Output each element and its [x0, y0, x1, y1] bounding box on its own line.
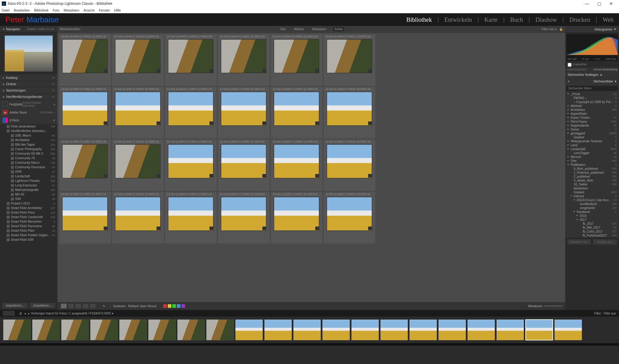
sort-dropdown[interactable]: Reihenf. beim Hinzuf.: [128, 304, 157, 308]
filter-preset[interactable]: Filter aus: [542, 27, 554, 31]
keyword-item[interactable]: 4_delete_flickr329: [565, 179, 619, 182]
panel-veröffentlichungsdienste[interactable]: ▸Veröffentlichungsdienste+: [0, 94, 57, 100]
nav-fwd-icon[interactable]: ▸: [28, 312, 30, 315]
keyword-item[interactable]: ▾DSLR-Forum ( dslr-forum.de )14: [565, 198, 619, 202]
keyword-item[interactable]: ▸_Privat21: [565, 92, 619, 96]
source-indicator[interactable]: Vorheriger Import 52 Fotos / 1 ausgewähl…: [31, 312, 113, 315]
menu-foto[interactable]: Foto: [53, 8, 60, 12]
filmstrip-thumb[interactable]: [409, 319, 437, 340]
collection-item[interactable]: Smart Flickr Publish Gegen...52: [0, 233, 57, 237]
module-drucken[interactable]: Drucken: [569, 16, 590, 23]
collection-item[interactable]: Community 5D MK II209: [0, 151, 57, 156]
keyword-item[interactable]: ▸Hintergruende Texturen3: [565, 139, 619, 143]
grid-view-button[interactable]: [60, 303, 67, 309]
collection-item[interactable]: Architektur115: [0, 138, 57, 142]
collection-item[interactable]: Projekt-I-20130: [0, 201, 57, 206]
filter-lock-icon[interactable]: 🔓: [559, 27, 563, 31]
keyword-item[interactable]: PMTAG –0: [565, 96, 619, 100]
menu-ansicht[interactable]: Ansicht: [84, 8, 95, 12]
keyword-filter-input[interactable]: Stichwörter filtern: [566, 86, 618, 91]
thumbnail-grid[interactable]: 12 mm (LUMIX G VARIO 12-35/F2.8)12 mm (L…: [57, 33, 565, 302]
keyword-item[interactable]: fb_Fotokunst2017180: [565, 234, 619, 237]
collection-item[interactable]: Smart Flickr Landschaft219: [0, 215, 57, 219]
filmstrip-thumb[interactable]: [525, 319, 553, 340]
grid-cell[interactable]: 12 mm (LUMIX G VARIO 12-35/F2.8): [59, 87, 111, 138]
collection-item[interactable]: Smart Flickr Menschen9: [0, 219, 57, 224]
grid-cell[interactable]: 12 mm (LUMIX G VARIO 12-35/F2.8): [112, 192, 164, 243]
filmstrip-thumb[interactable]: [90, 319, 118, 340]
grid-cell[interactable]: 12 mm (LUMIX G VARIO 12-35/F2.8): [59, 140, 111, 191]
keyword-item[interactable]: 16_Twitter330: [565, 182, 619, 186]
compare-view-button[interactable]: [75, 303, 82, 309]
menu-fenster[interactable]: Fenster: [99, 8, 110, 12]
panel-sammlungen[interactable]: ▸Sammlungen+: [0, 87, 57, 94]
keyword-item[interactable]: ▸Gegenstände51: [565, 124, 619, 127]
lens-correction-label[interactable]: Lens-Correction: [567, 68, 586, 71]
keyword-item[interactable]: vorgemerkt115: [565, 206, 619, 210]
keyword-item[interactable]: ▸Landschaft2840: [565, 147, 619, 151]
grid-cell[interactable]: 12 mm (LUMIX G VARIO 12-35/F2.8): [165, 34, 217, 86]
filmstrip-thumb[interactable]: [496, 319, 524, 340]
grid-shortcut-icon[interactable]: ⊞: [19, 312, 22, 315]
histogram-display[interactable]: ISO 10012 mmf / 6.31/250 Sek.: [566, 34, 618, 61]
close-button[interactable]: ✕: [605, 0, 617, 7]
grid-cell[interactable]: 12 mm (LUMIX G VARIO 12-35/F2.8): [218, 140, 270, 191]
menu-bibliothek[interactable]: Bibliothek: [34, 8, 49, 12]
filmstrip-thumb[interactable]: [554, 319, 582, 340]
keyword-item[interactable]: ▸Genre2: [565, 127, 619, 131]
keyword-item[interactable]: LensTagger46: [565, 151, 619, 155]
menu-datei[interactable]: Datei: [2, 8, 10, 12]
keyword-item[interactable]: fb_BW_201751: [565, 226, 619, 230]
module-entwickeln[interactable]: Entwickeln: [444, 16, 472, 23]
collection-item[interactable]: Smart Flickr S/W: [0, 237, 57, 242]
publish-flickr[interactable]: jf Flickr ▾: [0, 116, 57, 124]
grid-cell[interactable]: 12 mm (LUMIX G VARIO 12-35/F2.8): [165, 192, 217, 243]
collection-item[interactable]: Canon Photography192: [0, 147, 57, 151]
keyword-item[interactable]: ▸AspectRatio: [565, 112, 619, 116]
keyword-item[interactable]: ▸geotagged23608: [565, 131, 619, 135]
collection-item[interactable]: Long Exposures54: [0, 183, 57, 188]
sync-settings-button[interactable]: Einstell. syn.: [593, 239, 617, 245]
keyword-item[interactable]: 0_flickr_published833: [565, 167, 619, 171]
keyword-item[interactable]: ▸Abstrakt9: [565, 104, 619, 108]
keyword-item[interactable]: ▸Land5: [565, 143, 619, 147]
navigator-zoom-controls[interactable]: Einpas. Ausfül. 1:1 2:1: [27, 27, 54, 31]
filter-keine[interactable]: Keine: [333, 27, 345, 31]
keyword-item[interactable]: fb_Color_2017217: [565, 230, 619, 234]
grid-cell[interactable]: 12 mm (LUMIX G VARIO 12-35/F2.8): [218, 192, 270, 243]
filmstrip-thumb[interactable]: [351, 319, 379, 340]
collection-item[interactable]: Makrophotografie123: [0, 188, 57, 192]
filter-metadaten[interactable]: Metadaten: [310, 27, 328, 31]
menu-metadaten[interactable]: Metadaten: [64, 8, 79, 12]
grid-cell[interactable]: 12 mm (LUMIX G VARIO 12-35/F2.8): [271, 34, 322, 86]
grid-cell[interactable]: 12 mm (LUMIX G VARIO 12-35/F2.8): [271, 140, 322, 191]
grid-cell[interactable]: 12 mm (LUMIX G VARIO 12-35/F2.8): [112, 87, 164, 138]
publish-adobe-stock[interactable]: St Adobe Stock Einrichten...: [0, 108, 57, 116]
grid-cell[interactable]: 12 mm (LUMIX G VARIO 12-35/F2.8): [59, 192, 111, 243]
keyword-item[interactable]: ▾Publikation3: [565, 163, 619, 167]
filmstrip-thumb[interactable]: [119, 319, 147, 340]
module-bibliothek[interactable]: Bibliothek: [406, 16, 432, 23]
keyword-item[interactable]: ▾2017: [565, 218, 619, 222]
identity-plate[interactable]: Peter Marbaise: [5, 15, 59, 24]
collection-item[interactable]: Smart Flickr Architektur107: [0, 206, 57, 210]
color-label-#9933cc[interactable]: [181, 304, 185, 308]
filmstrip-thumb[interactable]: [61, 319, 89, 340]
grid-cell[interactable]: 12 mm (LUMIX G VARIO 12-35/F2.8): [59, 34, 111, 86]
collection-item[interactable]: Community Macro118: [0, 160, 57, 165]
collection-item[interactable]: Veröffentlichter Sammlun...: [0, 129, 57, 133]
keywordlist-header[interactable]: + Stichwortliste ▾: [565, 78, 619, 85]
thumbnail-size-slider[interactable]: [544, 305, 562, 307]
filmstrip-thumb[interactable]: [177, 319, 205, 340]
grid-cell[interactable]: 12 mm (LUMIX G VARIO 12-35/F2.8): [271, 192, 322, 243]
filmstrip-thumb[interactable]: [438, 319, 466, 340]
keyword-item[interactable]: Geplant1504: [565, 190, 619, 194]
keyword-item[interactable]: ▾Facebook1: [565, 210, 619, 214]
collection-item[interactable]: Community Panorama43: [0, 165, 57, 169]
grid-cell[interactable]: 12 mm (LUMIX G VARIO 12-35/F2.8): [324, 192, 375, 243]
collection-item[interactable]: S/W30: [0, 197, 57, 201]
grid-cell[interactable]: 12 mm (LUMIX G VARIO 12-35/F2.8): [165, 87, 217, 138]
filmstrip-thumb[interactable]: [322, 319, 350, 340]
keyword-item[interactable]: 1_Pinterest_published595: [565, 171, 619, 175]
filmstrip-thumb[interactable]: [264, 319, 292, 340]
